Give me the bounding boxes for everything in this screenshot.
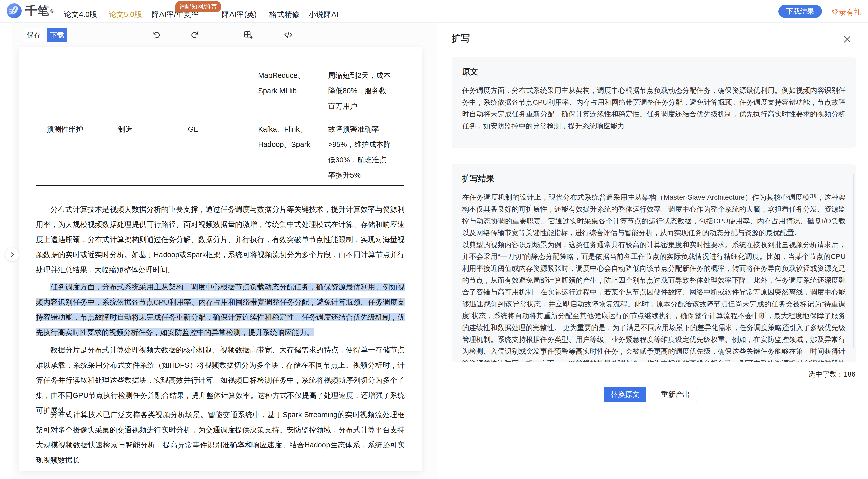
brand-registered-mark: ® — [51, 8, 54, 14]
qianbi-logo-icon — [6, 3, 22, 19]
download-results-button[interactable]: 下载结果 — [778, 5, 822, 18]
save-button[interactable]: 保存 — [24, 28, 44, 42]
expand-sidebar-button[interactable] — [5, 247, 19, 262]
paragraph[interactable]: 分布式计算技术已广泛支撑各类视频分析场景。智能交通系统中，基于Spark Str… — [36, 407, 405, 468]
document-editor-area: 保存 下载 MapReduce、 Spark MLlib 周 — [12, 23, 438, 479]
expand-writing-panel: 扩写 原文 任务调度方面，分布式系统采用主从架构，调度中心根据节点负载动态分配任… — [438, 23, 868, 479]
table-cell[interactable]: MapReduce、 Spark MLlib — [258, 68, 326, 99]
paragraph[interactable]: 数据分片是分布式计算处理视频大数据的核心机制。视频数据高带宽、大存储需求的特点，… — [36, 342, 405, 418]
replace-original-button[interactable]: 替换原文 — [603, 387, 647, 402]
char-count-value: 186 — [843, 370, 856, 378]
brand-name: 千笔 — [25, 3, 50, 19]
code-icon — [283, 30, 293, 40]
insert-table-button[interactable] — [242, 29, 253, 40]
char-count-label: 选中字数： — [808, 370, 843, 378]
original-text-card: 原文 任务调度方面，分布式系统采用主从架构，调度中心根据节点负载动态分配任务，确… — [452, 57, 856, 148]
text-selection-highlight: 任务调度方面，分布式系统采用主从架构，调度中心根据节点负载动态分配任务，确保资源… — [36, 283, 405, 336]
original-card-body: 任务调度方面，分布式系统采用主从架构，调度中心根据节点负载动态分配任务，确保资源… — [462, 84, 845, 132]
redo-button[interactable] — [190, 29, 201, 40]
chevron-right-icon — [9, 251, 16, 258]
original-card-title: 原文 — [462, 66, 845, 77]
paragraph-selected[interactable]: 任务调度方面，分布式系统采用主从架构，调度中心根据节点负载动态分配任务，确保资源… — [36, 279, 405, 340]
regenerate-button[interactable]: 重新产出 — [654, 387, 697, 402]
table-bottom-rule — [36, 185, 404, 186]
close-icon — [842, 34, 852, 44]
nav-item-format-polish[interactable]: 格式精修 — [269, 9, 300, 20]
table-cell[interactable]: 制造 — [118, 122, 184, 137]
nav-item-reduce-ai-english[interactable]: 降AI率(英) — [222, 9, 257, 20]
top-navbar: 千笔 ® 论文4.0版 论文5.0版 降AI率/重复率 降AI率(英) 格式精修… — [0, 0, 868, 23]
nav-item-novel-ai[interactable]: 小说降AI — [309, 9, 338, 20]
panel-title: 扩写 — [452, 32, 470, 45]
selected-char-count: 选中字数：186 — [808, 370, 856, 379]
result-card-body: 在任务调度机制的设计上，现代分布式系统普遍采用主从架构（Master-Slave… — [462, 191, 845, 362]
nav-item-paper-5-active[interactable]: 论文5.0版 — [109, 9, 142, 20]
paragraph[interactable]: 分布式计算技术是视频大数据分析的重要支撑，通过任务调度与数据分片等关键技术，提升… — [36, 202, 405, 277]
redo-icon — [190, 30, 200, 40]
nav-item-paper-4[interactable]: 论文4.0版 — [64, 9, 97, 20]
table-cell[interactable]: 预测性维护 — [47, 122, 115, 137]
brand-logo[interactable]: 千笔 ® — [6, 3, 54, 19]
insert-table-icon — [243, 30, 253, 40]
toolbar-divider — [218, 29, 219, 41]
login-gift-link[interactable]: 登录有礼 — [831, 7, 862, 18]
table-cell[interactable]: 周缩短到2天，成本 降低80%，服务数 百万用户 — [328, 68, 406, 114]
undo-icon — [151, 30, 161, 40]
document-page[interactable]: MapReduce、 Spark MLlib 周缩短到2天，成本 降低80%，服… — [19, 47, 422, 471]
table-cell[interactable]: GE — [188, 122, 254, 137]
undo-button[interactable] — [150, 29, 161, 40]
result-card-title: 扩写结果 — [462, 173, 845, 184]
table-cell[interactable]: 故障预警准确率 >95%，维护成本降 低30%，航班准点 率提升5% — [328, 122, 406, 183]
table-cell[interactable]: Kafka、Flink、 Hadoop、Spark — [258, 122, 326, 152]
result-card: 扩写结果 在任务调度机制的设计上，现代分布式系统普遍采用主从架构（Master-… — [452, 164, 856, 362]
close-panel-button[interactable] — [841, 34, 852, 45]
code-view-button[interactable] — [283, 29, 294, 40]
result-scrollbar-thumb[interactable] — [853, 174, 855, 348]
cnki-weipu-badge: 适配知网/维普 — [175, 1, 221, 12]
download-button[interactable]: 下载 — [47, 28, 67, 42]
